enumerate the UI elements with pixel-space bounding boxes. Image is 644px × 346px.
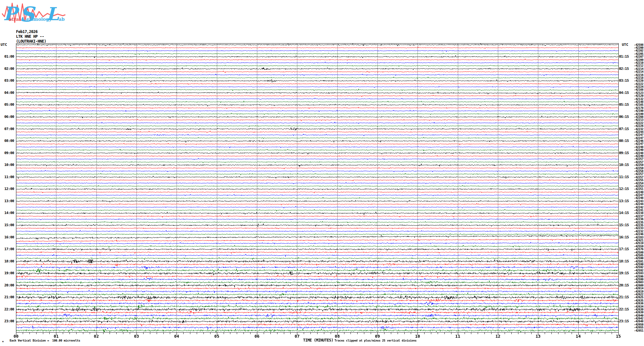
right-hour-label: 22:15 — [619, 307, 629, 311]
right-hour-label: 07:15 — [619, 127, 629, 131]
right-hour-label: 13:15 — [619, 199, 629, 203]
left-hour-label: 12:00 — [1, 187, 14, 191]
left-hour-label: 07:00 — [1, 127, 14, 131]
right-hour-label: 05:15 — [619, 103, 629, 107]
left-hour-label: 04:00 — [1, 91, 14, 95]
left-hour-label: 08:00 — [1, 139, 14, 143]
x-axis-label: 08 — [332, 334, 343, 339]
helicorder-plot — [16, 43, 619, 337]
left-hour-label: 16:00 — [1, 235, 14, 239]
left-hour-label: 21:00 — [1, 295, 14, 299]
x-axis-label: 04 — [171, 334, 182, 339]
x-axis-label: 03 — [131, 334, 142, 339]
x-axis-label: 07 — [292, 334, 302, 339]
helicorder-page: P atras S eismology L ab Feb17,2026 LTK … — [0, 0, 644, 346]
right-hour-label: 12:15 — [619, 187, 629, 191]
x-axis-label: 12 — [492, 334, 503, 339]
x-axis-label: 05 — [211, 334, 222, 339]
psl-logo[interactable]: P atras S eismology L ab — [2, 1, 66, 26]
scale-note: Each Vertical Division = 100.00 microvol… — [10, 339, 80, 342]
x-axis-label: 10 — [412, 334, 423, 339]
left-hour-label: 01:00 — [1, 54, 14, 59]
x-axis-label: 01 — [51, 334, 62, 339]
trace-offset-value: -42651 — [630, 329, 643, 332]
right-hour-label: 20:15 — [619, 283, 629, 287]
right-hour-label: 01:15 — [619, 54, 629, 59]
clip-note: Traces clipped at plus/minus 25 vertical… — [334, 339, 417, 342]
left-hour-label: 13:00 — [1, 199, 14, 203]
left-hour-label: 23:00 — [1, 319, 14, 323]
utc-label-left: UTC — [1, 43, 7, 47]
right-hour-label: 16:15 — [619, 235, 629, 239]
left-hour-label: 11:00 — [1, 175, 14, 179]
left-hour-label: 20:00 — [1, 283, 14, 287]
x-axis-label: 02 — [91, 334, 102, 339]
logo-letter-l: L — [46, 3, 59, 24]
x-axis-label: 15 — [613, 334, 624, 339]
x-axis-label: 06 — [252, 334, 262, 339]
right-hour-label: 04:15 — [619, 91, 629, 95]
left-hour-label: 06:00 — [1, 115, 14, 119]
right-hour-label: 08:15 — [619, 139, 629, 143]
micro-glyph: ʍ — [2, 340, 4, 343]
x-axis-label: 14 — [573, 334, 584, 339]
left-hour-label: 17:00 — [1, 247, 14, 251]
left-hour-label: 03:00 — [1, 78, 14, 83]
left-hour-label: 22:00 — [1, 307, 14, 311]
utc-label-right: UTC — [622, 43, 628, 47]
x-axis-label: 09 — [372, 334, 383, 339]
x-axis-label: 00 — [11, 334, 21, 339]
logo-word-ab: ab — [59, 17, 65, 22]
left-hour-label: 14:00 — [1, 211, 14, 215]
right-hour-label: 19:15 — [619, 271, 629, 275]
left-hour-label: 02:00 — [1, 67, 14, 71]
left-hour-label: 19:00 — [1, 271, 14, 275]
right-hour-label: 14:15 — [619, 211, 629, 215]
left-hour-label: 05:00 — [1, 103, 14, 107]
station-code: LTK HNE HP -- — [16, 34, 44, 39]
right-hour-label: 23:15 — [619, 319, 629, 323]
right-hour-label: 06:15 — [619, 115, 629, 119]
left-hour-label: 18:00 — [1, 259, 14, 263]
logo-letter-s: S — [20, 2, 36, 26]
left-hour-label: 10:00 — [1, 163, 14, 167]
left-hour-label: 15:00 — [1, 223, 14, 227]
x-axis-label: 11 — [452, 334, 463, 339]
x-axis-label: 13 — [533, 334, 543, 339]
right-hour-label: 09:15 — [619, 151, 629, 155]
right-hour-label: 18:15 — [619, 259, 629, 263]
right-hour-label: 10:15 — [619, 163, 629, 167]
right-hour-label: 03:15 — [619, 78, 629, 83]
right-hour-label: 02:15 — [619, 67, 629, 71]
x-axis-title: TIME (MINUTES) — [303, 338, 333, 342]
right-hour-label: 17:15 — [619, 247, 629, 251]
right-hour-label: 21:15 — [619, 295, 629, 299]
plot-date: Feb17,2026 — [16, 29, 37, 34]
left-hour-label: 09:00 — [1, 151, 14, 155]
right-hour-label: 15:15 — [619, 223, 629, 227]
station-name: (LOUTRAKI-HNE) — [16, 39, 46, 44]
right-hour-label: 11:15 — [619, 175, 629, 179]
